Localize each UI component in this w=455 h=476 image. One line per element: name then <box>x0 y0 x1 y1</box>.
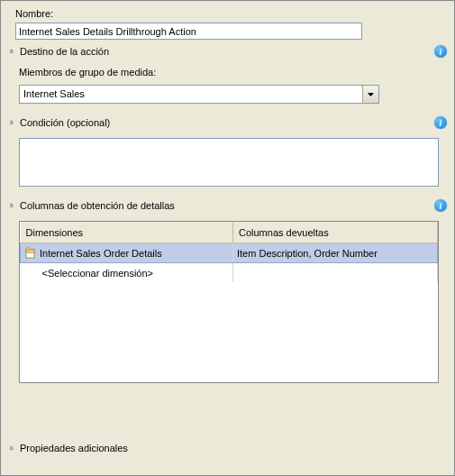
dimension-cell: Internet Sales Order Details <box>40 248 162 259</box>
returned-columns-cell <box>233 263 438 283</box>
drillthrough-section-title: Columnas de obtención de detallas <box>20 200 434 211</box>
condition-section-header[interactable]: « Condición (opcional) i <box>1 113 454 133</box>
drillthrough-grid[interactable]: Dimensiones Columnas devueltas <box>19 221 439 383</box>
name-field-block: Nombre: <box>1 1 454 41</box>
info-icon[interactable]: i <box>434 45 447 58</box>
measure-group-value: Internet Sales <box>20 86 362 103</box>
grid-header-returned[interactable]: Columnas devueltas <box>233 222 438 243</box>
returned-columns-cell: Item Description, Order Number <box>233 243 438 263</box>
target-section-header[interactable]: « Destino de la acción i <box>1 41 454 61</box>
grid-header-dimensions[interactable]: Dimensiones <box>21 222 233 243</box>
name-label: Nombre: <box>15 8 443 19</box>
measure-group-select[interactable]: Internet Sales <box>19 85 379 104</box>
expand-icon: » <box>7 444 16 453</box>
table-row[interactable]: <Seleccionar dimensión> <box>21 263 438 283</box>
measure-group-label: Miembros de grupo de medida: <box>1 61 454 81</box>
svg-marker-0 <box>368 93 374 96</box>
info-icon[interactable]: i <box>434 199 447 212</box>
collapse-icon: « <box>7 118 16 128</box>
action-editor-panel: Nombre: « Destino de la acción i Miembro… <box>0 0 455 476</box>
additional-section-header[interactable]: » Propiedades adicionales <box>1 439 454 457</box>
condition-textarea[interactable] <box>19 138 439 187</box>
dropdown-button[interactable] <box>362 86 378 103</box>
table-row[interactable]: Internet Sales Order Details Item Descri… <box>21 243 438 263</box>
condition-section-title: Condición (opcional) <box>20 117 434 128</box>
dimension-placeholder: <Seleccionar dimensión> <box>42 268 154 279</box>
collapse-icon: « <box>7 201 16 211</box>
collapse-icon: « <box>7 47 16 57</box>
dimension-icon <box>24 247 36 259</box>
additional-section-title: Propiedades adicionales <box>20 443 447 453</box>
info-icon[interactable]: i <box>434 116 447 129</box>
target-section-title: Destino de la acción <box>20 46 434 57</box>
chevron-down-icon <box>368 93 374 96</box>
name-input[interactable] <box>15 23 362 40</box>
drillthrough-section-header[interactable]: « Columnas de obtención de detallas i <box>1 196 454 215</box>
svg-point-3 <box>26 247 30 251</box>
